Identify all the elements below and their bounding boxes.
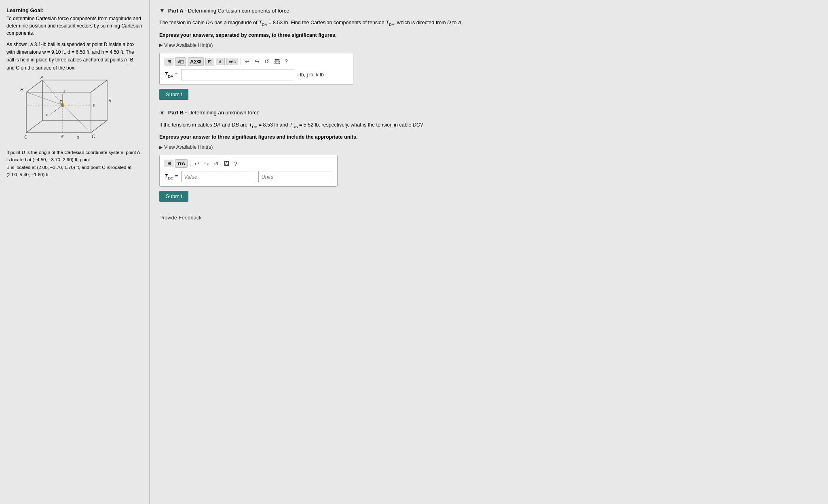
toolbar-b-undo[interactable]: ↩ [193,160,201,168]
part-b-section: ▼ Part B - Determining an unknown force … [159,110,818,202]
part-a-express: Express your answers, separated by comma… [159,31,818,39]
toolbar-sep-1 [241,58,241,65]
toolbar-b-help[interactable]: ? [232,160,239,168]
svg-line-3 [91,80,107,92]
part-a-toolbar: ⊞ √□ ΑΣΦ ⊡ it vec ↩ ↪ ↺ 🖼 ? [165,57,348,66]
toolbar-b-matrix[interactable]: ⊞ [165,160,173,167]
coord-text-2: B is located at (2.00, −3.70, 1.70) ft, … [6,165,131,170]
part-a-t-label: TDA = [165,71,178,78]
svg-marker-1 [26,92,91,133]
toolbar-btn-matrix[interactable]: ⊞ [165,58,173,65]
part-b-hint[interactable]: ▶ View Available Hint(s) [159,144,818,150]
part-b-collapse-arrow[interactable]: ▼ [159,110,165,116]
toolbar-b-refresh[interactable]: ↺ [212,160,220,168]
toolbar-btn-greek[interactable]: ΑΣΦ [188,57,204,66]
part-a-answer-box: ⊞ √□ ΑΣΦ ⊡ it vec ↩ ↪ ↺ 🖼 ? TDA = i lb, … [159,53,353,85]
svg-line-4 [91,120,107,133]
part-b-units-input[interactable] [258,171,332,182]
toolbar-help[interactable]: ? [283,57,289,65]
part-b-problem: If the tensions in cables DA and DB are … [159,121,818,130]
toolbar-btn-dot[interactable]: ⊡ [205,58,214,65]
hint-b-arrow: ▶ [159,145,163,150]
part-b-toolbar: ⊞ πA ↩ ↪ ↺ 🖼 ? [165,159,332,168]
left-panel: Learning Goal: To determine Cartesian fo… [0,0,150,504]
toolbar-btn-vec[interactable]: vec [226,58,238,65]
part-b-t-label: TDC = [165,173,178,180]
svg-text:x: x [45,113,48,117]
part-a-problem: The tension in cable DA has a magnitude … [159,19,818,28]
part-b-answer-box: ⊞ πA ↩ ↪ ↺ 🖼 ? TDC = [159,155,338,187]
svg-line-2 [26,80,42,92]
part-a-label: Part A - Determining Cartesian component… [168,8,289,14]
part-a-hint[interactable]: ▶ View Available Hint(s) [159,42,818,48]
svg-text:d: d [77,135,79,139]
toolbar-undo[interactable]: ↩ [243,57,251,65]
toolbar-b-text[interactable]: πA [175,159,188,168]
svg-marker-0 [42,80,107,120]
coord-text-3: (2.00, 5.40, −1.60) ft. [6,172,50,177]
problem-intro: As shown, a 3.1-lb ball is suspended at … [6,41,143,72]
part-a-units: i lb, j lb, k lb [298,72,324,78]
coordinate-text: If point D is the origin of the Cartesia… [6,149,143,179]
part-a-header: ▼ Part A - Determining Cartesian compone… [159,7,818,14]
part-a-section: ▼ Part A - Determining Cartesian compone… [159,7,818,100]
toolbar-image[interactable]: 🖼 [272,57,281,65]
svg-text:B: B [20,87,23,93]
toolbar-refresh[interactable]: ↺ [263,57,271,65]
part-b-label: Part B - Determining an unknown force [168,110,260,116]
part-b-input-row: TDC = [165,171,332,182]
part-b-express: Express your answer to three significant… [159,133,818,141]
toolbar-redo[interactable]: ↪ [253,57,261,65]
coord-text-1: If point D is the origin of the Cartesia… [6,150,140,162]
part-b-value-input[interactable] [181,171,255,182]
svg-text:z: z [63,89,66,94]
svg-line-5 [26,120,42,133]
svg-text:y: y [93,103,95,107]
toolbar-btn-it[interactable]: it [216,58,225,65]
right-panel: ▼ Part A - Determining Cartesian compone… [150,0,828,504]
svg-text:A: A [40,76,44,80]
hint-a-arrow: ▶ [159,42,163,48]
svg-text:D: D [59,99,63,104]
part-a-input-row: TDA = i lb, j lb, k lb [165,69,348,80]
toolbar-b-redo[interactable]: ↪ [203,160,211,168]
part-b-header: ▼ Part B - Determining an unknown force [159,110,818,116]
svg-text:w: w [61,134,64,138]
svg-text:C: C [24,135,27,139]
part-a-input[interactable] [181,69,294,80]
toolbar-sep-b-1 [190,160,190,167]
toolbar-b-image[interactable]: 🖼 [222,160,231,168]
box-diagram: A B C D y w C h d x z [18,76,131,145]
part-a-submit[interactable]: Submit [159,89,188,100]
svg-line-22 [51,105,63,114]
learning-goal-title: Learning Goal: [6,7,143,13]
svg-text:C: C [92,134,95,139]
part-b-submit[interactable]: Submit [159,191,188,202]
learning-goal-text: To determine Cartesian force components … [6,15,143,37]
svg-line-12 [63,105,91,133]
provide-feedback-link[interactable]: Provide Feedback [159,215,202,221]
diagram-svg: A B C D y w C h d x z [18,76,131,141]
toolbar-btn-sqrt[interactable]: √□ [175,57,186,66]
svg-text:h: h [109,99,111,103]
part-a-collapse-arrow[interactable]: ▼ [159,7,165,14]
